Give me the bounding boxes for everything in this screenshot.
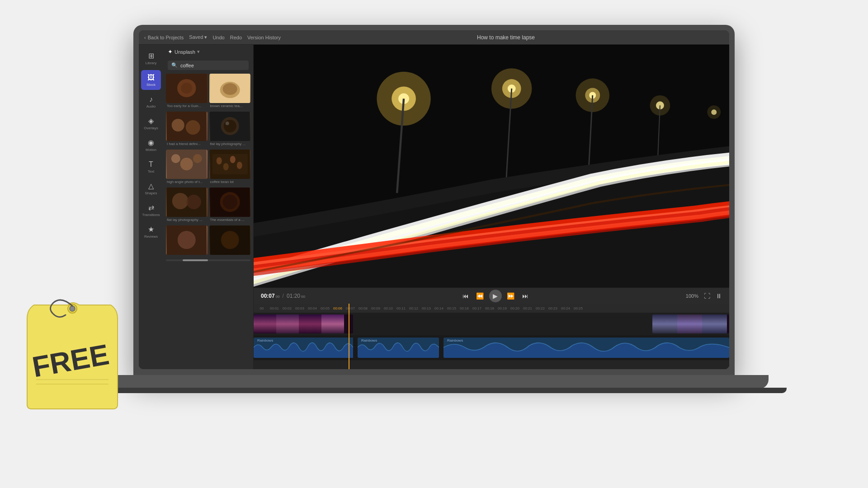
- night-road-scene: [254, 45, 729, 287]
- svg-point-8: [186, 120, 200, 135]
- scroll-thumb: [183, 259, 208, 261]
- list-item[interactable]: I had a friend defini...: [166, 112, 208, 148]
- undo-btn[interactable]: Undo: [212, 35, 224, 40]
- total-time: 01:20: [287, 293, 300, 299]
- motion-icon: ◉: [148, 138, 154, 147]
- video-clip-thumb: [702, 314, 727, 333]
- source-dropdown-icon: ▾: [197, 49, 200, 55]
- stock-image-thumb: [166, 225, 208, 255]
- sidebar-icons: ⊞ Library 🖼 Stock ♪ Audio ◈: [139, 45, 163, 369]
- stock-image-thumb: [209, 188, 251, 217]
- svg-point-15: [180, 158, 193, 170]
- laptop-base: [99, 375, 769, 389]
- sidebar-item-shapes[interactable]: △ Shapes: [141, 178, 161, 198]
- text-icon: T: [149, 160, 153, 169]
- library-label: Library: [146, 61, 156, 65]
- main-content: ⊞ Library 🖼 Stock ♪ Audio ◈: [139, 45, 729, 369]
- list-item[interactable]: flat lay photography ...: [166, 188, 208, 224]
- playhead[interactable]: [349, 304, 349, 369]
- list-item[interactable]: [209, 225, 251, 258]
- svg-point-19: [216, 157, 222, 164]
- rewind-btn[interactable]: ⏪: [475, 291, 486, 301]
- stock-image-label: I had a friend defini...: [166, 142, 208, 148]
- sidebar-item-stock[interactable]: 🖼 Stock: [141, 70, 161, 90]
- top-bar: ‹ Back to Projects Saved ▾ Undo Redo Ver…: [139, 30, 729, 45]
- stock-icon: 🖼: [147, 74, 155, 82]
- unsplash-source-btn[interactable]: ✦ Unsplash ▾: [168, 48, 200, 55]
- laptop-base-bottom: [81, 388, 787, 393]
- svg-point-32: [221, 231, 239, 249]
- search-input-wrap: 🔍: [168, 61, 249, 70]
- sidebar-item-transitions[interactable]: ⇄ Transitions: [141, 200, 161, 220]
- project-title: How to make time lapse: [288, 34, 724, 41]
- stock-image-label: [209, 256, 251, 258]
- saved-btn[interactable]: Saved ▾: [189, 34, 207, 40]
- fast-forward-btn[interactable]: ⏩: [505, 291, 516, 301]
- timeline-ruler: 00 00:01 00:02 00:03 00:04 00:05 00:06 0…: [254, 304, 729, 313]
- playback-bar: 00:07 00 / 01:20 00 ⏮ ⏪ ▶ ⏩: [254, 287, 729, 304]
- svg-point-21: [230, 156, 235, 163]
- reviews-icon: ★: [148, 225, 154, 234]
- svg-point-5: [222, 83, 237, 95]
- stock-image-thumb: [166, 150, 208, 179]
- list-item[interactable]: flat lay photography ...: [209, 112, 251, 148]
- stock-image-label: flat lay photography ...: [166, 218, 208, 224]
- redo-btn[interactable]: Redo: [230, 35, 242, 40]
- svg-point-46: [711, 109, 717, 115]
- list-item[interactable]: [166, 225, 208, 258]
- svg-point-7: [172, 119, 184, 131]
- stock-label: Stock: [146, 83, 156, 87]
- video-track: [254, 313, 729, 335]
- list-item[interactable]: coffee bean lot: [209, 150, 251, 186]
- sidebar-item-reviews[interactable]: ★ Reviews: [141, 222, 161, 242]
- list-item[interactable]: Too early for a Guin...: [166, 74, 208, 110]
- sidebar-item-motion[interactable]: ◉ Motion: [141, 135, 161, 155]
- sidebar-item-audio[interactable]: ♪ Audio: [141, 92, 161, 112]
- overlays-icon: ◈: [148, 117, 154, 125]
- play-btn[interactable]: ▶: [489, 290, 502, 302]
- svg-rect-18: [212, 154, 247, 174]
- video-clip-thumb: [652, 314, 677, 333]
- sidebar-item-overlays[interactable]: ◈ Overlays: [141, 113, 161, 133]
- stock-image-thumb: [209, 150, 251, 179]
- stock-image-label: high angle photo of t...: [166, 180, 208, 186]
- list-item[interactable]: brown ceramic tea...: [209, 74, 251, 110]
- skip-to-start-btn[interactable]: ⏮: [460, 291, 471, 301]
- svg-point-54: [70, 306, 75, 311]
- preview-area: 00:07 00 / 01:20 00 ⏮ ⏪ ▶ ⏩: [254, 45, 729, 369]
- svg-point-16: [193, 154, 202, 163]
- stock-image-label: coffee bean lot: [209, 180, 251, 186]
- stock-panel-header: ✦ Unsplash ▾: [163, 45, 253, 59]
- stock-image-label: [166, 256, 208, 258]
- sidebar-item-library[interactable]: ⊞ Library: [141, 48, 161, 68]
- shapes-label: Shapes: [145, 191, 157, 195]
- pause-record-btn[interactable]: ⏸: [716, 292, 722, 300]
- saved-dropdown-icon: ▾: [204, 34, 207, 40]
- back-to-projects-btn[interactable]: ‹ Back to Projects: [144, 35, 184, 40]
- svg-point-30: [178, 231, 196, 249]
- total-frames: 00: [301, 295, 305, 299]
- video-clip-thumb: [321, 314, 344, 333]
- svg-point-12: [225, 122, 229, 125]
- playback-controls: ⏮ ⏪ ▶ ⏩ ⏭: [311, 290, 680, 302]
- stock-images-grid: Too early for a Guin...: [163, 74, 253, 258]
- stock-image-thumb: [209, 112, 251, 141]
- back-label: Back to Projects: [148, 35, 184, 40]
- library-icon: ⊞: [148, 52, 154, 60]
- scroll-indicator[interactable]: [166, 259, 250, 261]
- skip-to-end-btn[interactable]: ⏭: [520, 291, 531, 301]
- source-label: Unsplash: [175, 49, 195, 55]
- sidebar-item-text[interactable]: T Text: [141, 157, 161, 177]
- motion-label: Motion: [146, 148, 156, 152]
- search-input[interactable]: [180, 63, 245, 68]
- fullscreen-btn[interactable]: ⛶: [704, 292, 710, 300]
- svg-point-25: [187, 195, 201, 209]
- list-item[interactable]: The essentials of a ...: [209, 188, 251, 224]
- version-history-btn[interactable]: Version History: [247, 35, 281, 40]
- back-arrow-icon: ‹: [144, 35, 146, 40]
- zoom-display: 100%: [686, 293, 698, 299]
- stock-image-label: brown ceramic tea...: [209, 104, 251, 110]
- list-item[interactable]: high angle photo of t...: [166, 150, 208, 186]
- current-frames: 00: [276, 295, 280, 299]
- audio-track: Rainbows: [254, 335, 729, 360]
